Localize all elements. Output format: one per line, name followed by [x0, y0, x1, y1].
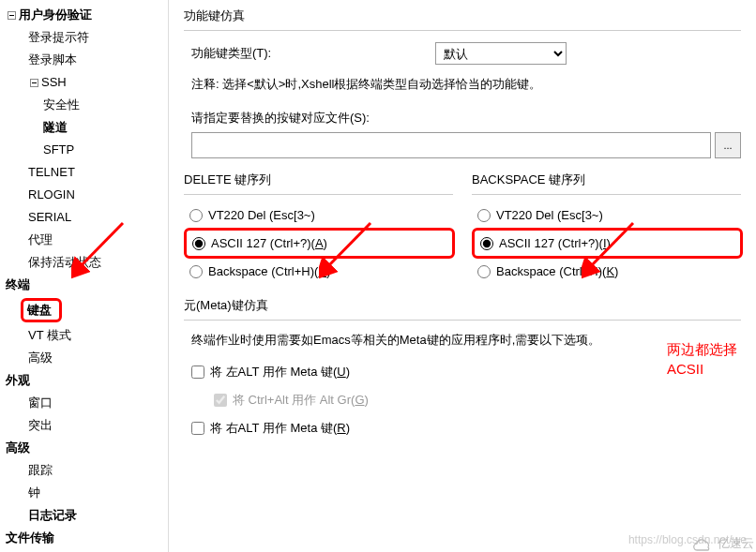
- tree-item[interactable]: 钟: [2, 482, 166, 504]
- delete-opt-ascii127[interactable]: ASCII 127 (Ctrl+?)(A): [184, 228, 455, 259]
- tree-item[interactable]: 安全性: [2, 94, 166, 116]
- meta-section: 元(Meta)键仿真 终端作业时使用需要如Emacs等相关的Meta键的应用程序…: [184, 297, 741, 442]
- tree-item-label: 保持活动状态: [28, 253, 101, 272]
- funckey-note: 注释: 选择<默认>时,Xshell根据终端类型自动选择恰当的功能键。: [191, 76, 741, 93]
- tree-item-label: VT 模式: [28, 326, 71, 345]
- funckey-file-input[interactable]: [191, 132, 711, 158]
- tree-item-label: 文件传输: [6, 529, 54, 547]
- delete-opt-backspace[interactable]: Backspace (Ctrl+H)(B): [184, 259, 453, 284]
- meta-ctrl-alt: 将 Ctrl+Alt 用作 Alt Gr(G): [184, 386, 741, 414]
- tree-item[interactable]: 跟踪: [2, 459, 166, 482]
- collapse-icon[interactable]: [6, 9, 17, 21]
- cloud-icon: [689, 535, 716, 552]
- tree-item-label: 键盘: [27, 303, 52, 317]
- backspace-title: BACKSPACE 键序列: [472, 172, 741, 195]
- tree-item[interactable]: 登录脚本: [2, 49, 166, 71]
- radio-delete-backspace[interactable]: [189, 265, 203, 278]
- checkbox-right-alt[interactable]: [191, 422, 204, 435]
- radio-delete-vt220[interactable]: [189, 209, 203, 222]
- tree-item-label: 高级: [6, 439, 30, 457]
- tree-item-label: 隧道: [43, 118, 68, 137]
- tree-item[interactable]: 保持活动状态: [2, 251, 166, 274]
- backspace-opt-ascii127[interactable]: ASCII 127 (Ctrl+?)(I): [472, 228, 743, 259]
- tree-item-label: 终端: [6, 276, 30, 294]
- tree-item[interactable]: 高级: [2, 437, 166, 459]
- radio-backspace-ascii127[interactable]: [480, 237, 493, 250]
- tree-item[interactable]: SFTP: [2, 139, 166, 161]
- tree-item-label: 高级: [28, 349, 53, 367]
- backspace-opt-vt220[interactable]: VT220 Del (Esc[3~): [472, 202, 741, 228]
- backspace-opt-backspace[interactable]: Backspace (Ctrl+H)(K): [472, 259, 741, 284]
- collapse-icon[interactable]: [28, 77, 39, 88]
- logo-mark: 亿速云: [689, 535, 754, 552]
- meta-right-alt[interactable]: 将 右ALT 用作 Meta 键(R): [184, 414, 741, 442]
- tree-item[interactable]: 用户身份验证: [2, 4, 166, 26]
- content-pane: 功能键仿真 功能键类型(T): 默认 注释: 选择<默认>时,Xshell根据终…: [169, 0, 756, 552]
- checkbox-left-alt[interactable]: [191, 366, 204, 379]
- delete-title: DELETE 键序列: [184, 172, 453, 195]
- tree-item-label: 突出: [28, 416, 53, 435]
- tree-item[interactable]: SSH: [2, 71, 166, 94]
- funckey-type-select[interactable]: 默认: [435, 42, 567, 65]
- tree-item-label: 安全性: [43, 96, 80, 114]
- tree-item[interactable]: 代理: [2, 229, 166, 251]
- tree-item-label: TELNET: [28, 163, 75, 182]
- tree-item-label: 日志记录: [28, 506, 77, 525]
- funckey-title: 功能键仿真: [184, 7, 741, 31]
- tree-item[interactable]: 登录提示符: [2, 26, 166, 49]
- tree-item-label: SERIAL: [28, 208, 71, 227]
- tree-item[interactable]: 突出: [2, 414, 166, 437]
- meta-desc: 终端作业时使用需要如Emacs等相关的Meta键的应用程序时,需要以下选项。: [191, 332, 741, 349]
- funckey-file-label: 请指定要替换的按键对应文件(S):: [191, 110, 741, 127]
- tree-item-label: 窗口: [28, 394, 53, 412]
- tree-item-label: 跟踪: [28, 461, 53, 480]
- backspace-section: BACKSPACE 键序列 VT220 Del (Esc[3~) ASCII 1…: [472, 172, 741, 284]
- funckey-type-label: 功能键类型(T):: [191, 45, 435, 62]
- highlight-box: 键盘: [21, 298, 62, 322]
- tree-item[interactable]: TELNET: [2, 161, 166, 184]
- tree-item[interactable]: RLOGIN: [2, 184, 166, 206]
- browse-button[interactable]: ...: [715, 132, 741, 158]
- tree-item[interactable]: 窗口: [2, 392, 166, 414]
- radio-backspace-vt220[interactable]: [477, 209, 491, 222]
- tree-item[interactable]: 外观: [2, 369, 166, 392]
- tree-item[interactable]: SERIAL: [2, 206, 166, 229]
- tree-item-label: SSH: [41, 73, 67, 92]
- delete-section: DELETE 键序列 VT220 Del (Esc[3~) ASCII 127 …: [184, 172, 453, 284]
- tree-item-label: 钟: [28, 484, 40, 502]
- meta-title: 元(Meta)键仿真: [184, 297, 741, 321]
- tree-item[interactable]: 隧道: [2, 116, 166, 139]
- tree-item-label: 用户身份验证: [19, 6, 92, 24]
- tree-item-label: RLOGIN: [28, 186, 75, 204]
- tree-item[interactable]: VT 模式: [2, 324, 166, 347]
- key-sequence-row: DELETE 键序列 VT220 Del (Esc[3~) ASCII 127 …: [184, 172, 741, 284]
- tree-item[interactable]: 终端: [2, 274, 166, 296]
- tree-item[interactable]: 日志记录: [2, 504, 166, 527]
- tree-item-label: SFTP: [43, 141, 74, 159]
- tree-item[interactable]: 文件传输: [2, 527, 166, 549]
- tree-item-label: 登录提示符: [28, 28, 89, 47]
- tree-item-label: 代理: [28, 231, 53, 249]
- funckey-section: 功能键仿真 功能键类型(T): 默认 注释: 选择<默认>时,Xshell根据终…: [184, 7, 741, 158]
- delete-opt-vt220[interactable]: VT220 Del (Esc[3~): [184, 202, 453, 228]
- meta-left-alt[interactable]: 将 左ALT 用作 Meta 键(U): [184, 358, 741, 386]
- sidebar-tree: 用户身份验证登录提示符登录脚本SSH安全性隧道SFTPTELNETRLOGINS…: [0, 0, 169, 552]
- tree-item-label: 登录脚本: [28, 51, 77, 69]
- tree-item-label: 外观: [6, 371, 30, 390]
- radio-delete-ascii127[interactable]: [192, 237, 205, 250]
- tree-item[interactable]: 键盘: [2, 296, 166, 324]
- checkbox-ctrl-alt: [214, 394, 227, 407]
- tree-item[interactable]: 高级: [2, 347, 166, 369]
- radio-backspace-backspace[interactable]: [477, 265, 491, 278]
